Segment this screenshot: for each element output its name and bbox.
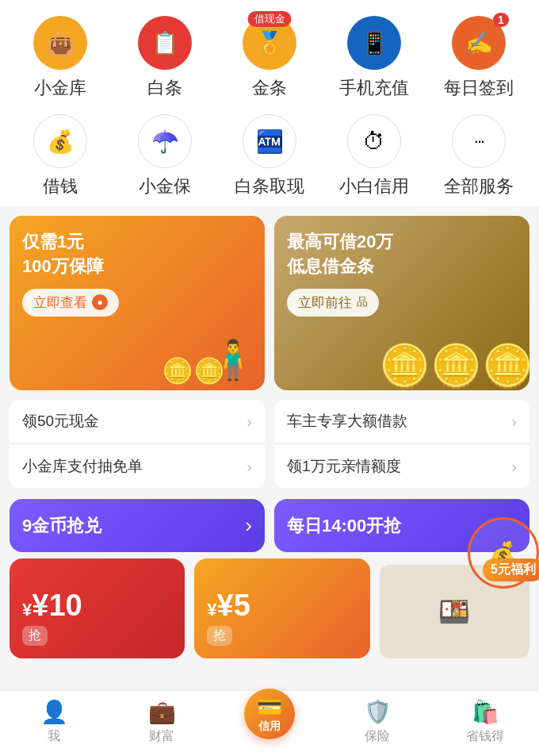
promo-left[interactable]: 9金币抢兑 › [10, 499, 265, 552]
main-content: 👜 小金库 📋 白条 🏅 借现金 金条 [0, 0, 539, 722]
product-tag-1: 抢 [22, 626, 48, 646]
list-item-family[interactable]: 领1万元亲情额度 › [274, 445, 529, 488]
icon-circle-jintiao: 🏅 借现金 [243, 16, 296, 70]
icon-row-1: 👜 小金库 📋 白条 🏅 借现金 金条 [8, 16, 531, 100]
promo-right-text: 每日14:00开抢 [287, 514, 401, 538]
nav-center-button[interactable]: 💳 信用 [244, 689, 295, 739]
chevron-icon: › [247, 413, 252, 431]
icon-circle-jieqian: 💰 [33, 114, 87, 168]
icon-label-jintiao: 金条 [252, 76, 287, 100]
banner-right-coins: 🪙🪙🪙 [379, 342, 529, 390]
product-row: ¥¥10 抢 ¥¥5 抢 💰 5元福利 🍱 [0, 552, 539, 658]
icon-circle-xiaojinbao: ☂️ [138, 114, 192, 168]
badge-jixianjin: 借现金 [248, 11, 292, 27]
icon-label-xiaojinbao: 小金保 [139, 175, 191, 198]
banner-left[interactable]: 仅需1元 100万保障 立即查看 ● 🧍‍♂️ 🪙🪙 [10, 216, 265, 390]
chevron-icon-2: › [247, 458, 252, 476]
product-price-1: ¥¥10 [22, 589, 172, 623]
chevron-icon-3: › [511, 413, 517, 431]
nav-item-caifu[interactable]: 💼 财富 [108, 699, 216, 745]
icon-circle-baitiao: 📋 [138, 16, 192, 70]
nav-label-baoxian: 保险 [365, 728, 390, 745]
banner-left-coins: 🪙🪙 [162, 356, 225, 386]
banner-left-button[interactable]: 立即查看 ● [22, 289, 119, 317]
banner-list-row: 领50元现金 › 小金库支付抽免单 › 车主专享大额借款 › 领1万元亲情额度 … [0, 390, 539, 489]
icon-label-xiaobaixinyong: 小白信用 [339, 175, 409, 198]
banner-left-title: 仅需1元 100万保障 [22, 230, 252, 279]
icon-item-xiaojinku[interactable]: 👜 小金库 [21, 16, 100, 100]
nav-label-caifu: 财富 [149, 728, 174, 745]
nav-item-shengqiande[interactable]: 🛍️ 省钱得 [431, 699, 539, 745]
list-col-left: 领50元现金 › 小金库支付抽免单 › [10, 400, 265, 489]
icon-row-2: 💰 借钱 ☂️ 小金保 🏧 白条取现 ⏱ 小白信用 ··· 全部服务 [8, 114, 531, 198]
promo-left-text: 9金币抢兑 [22, 514, 101, 538]
nav-item-baoxian[interactable]: 🛡️ 保险 [323, 699, 431, 745]
icon-item-shoujichongzhi[interactable]: 📱 手机充值 [334, 16, 414, 100]
icon-item-xiaojinbao[interactable]: ☂️ 小金保 [125, 114, 205, 198]
banner-right-title: 最高可借20万 低息借金条 [287, 230, 517, 279]
icon-label-quanbu: 全部服务 [444, 175, 514, 198]
product-tag-2: 抢 [207, 626, 232, 646]
list-item-car[interactable]: 车主专享大额借款 › [274, 400, 529, 443]
list-item-cash[interactable]: 领50元现金 › [10, 400, 265, 443]
product-card-orange[interactable]: ¥¥5 抢 [194, 558, 369, 658]
icon-grid: 👜 小金库 📋 白条 🏅 借现金 金条 [0, 0, 539, 206]
badge-qiandao: 1 [493, 13, 509, 27]
nav-icon-shengqiande: 🛍️ [472, 699, 499, 725]
product-right-col: 💰 5元福利 🍱 [380, 558, 529, 658]
promo-left-chevron: › [245, 513, 252, 538]
icon-circle-xiaobaixinyong: ⏱ [347, 114, 401, 168]
promo-row: 9金币抢兑 › 每日14:00开抢 [0, 489, 539, 552]
icon-item-quanbu[interactable]: ··· 全部服务 [439, 114, 518, 198]
nav-label-shengqiande: 省钱得 [466, 728, 504, 745]
icon-item-jieqian[interactable]: 💰 借钱 [21, 114, 100, 198]
nav-item-wo[interactable]: 👤 我 [0, 699, 108, 745]
list-item-lottery[interactable]: 小金库支付抽免单 › [10, 445, 265, 488]
nav-center-label: 信用 [258, 720, 281, 734]
icon-circle-shoujichongzhi: 📱 [347, 16, 401, 70]
icon-label-baitiao: 白条 [147, 76, 182, 100]
icon-item-baitiao[interactable]: 📋 白条 [125, 16, 205, 100]
float-badge: 5元福利 [483, 558, 539, 581]
icon-item-jintiao[interactable]: 🏅 借现金 金条 [230, 16, 309, 100]
banner-right[interactable]: 最高可借20万 低息借金条 立即前往 品 🪙🪙🪙 [274, 216, 529, 390]
product-card-red[interactable]: ¥¥10 抢 [10, 558, 185, 658]
icon-label-shoujichongzhi: 手机充值 [339, 76, 409, 100]
icon-circle-baitiaoquxian: 🏧 [243, 114, 296, 168]
icon-label-jieqian: 借钱 [43, 175, 78, 198]
nav-center-icon: 💳 [257, 695, 282, 720]
nav-icon-caifu: 💼 [148, 699, 176, 725]
icon-circle-xiaojinku: 👜 [33, 16, 87, 70]
icon-circle-qiandao: ✍️ 1 [452, 16, 506, 70]
nav-icon-wo: 👤 [40, 699, 68, 725]
nav-item-xinyong[interactable]: 💳 信用 [216, 704, 323, 739]
icon-label-xiaojinku: 小金库 [34, 76, 86, 100]
banner-area: 仅需1元 100万保障 立即查看 ● 🧍‍♂️ 🪙🪙 最高可借20万 低息借金条… [0, 206, 539, 390]
product-price-2: ¥¥5 [207, 589, 357, 623]
icon-label-baitiaoquxian: 白条取现 [235, 175, 304, 198]
bottom-nav: 👤 我 💼 财富 💳 信用 🛡️ 保险 🛍️ 省钱得 [0, 690, 539, 756]
icon-item-xiaobaixinyong[interactable]: ⏱ 小白信用 [334, 114, 414, 198]
nav-icon-baoxian: 🛡️ [364, 699, 392, 725]
icon-circle-quanbu: ··· [452, 114, 506, 168]
icon-item-baitiaoquxian[interactable]: 🏧 白条取现 [230, 114, 309, 198]
nav-label-wo: 我 [48, 728, 60, 745]
icon-label-qiandao: 每日签到 [444, 76, 514, 100]
icon-item-qiandao[interactable]: ✍️ 1 每日签到 [439, 16, 518, 100]
banner-right-button[interactable]: 立即前往 品 [287, 289, 379, 317]
list-col-right: 车主专享大额借款 › 领1万元亲情额度 › [274, 400, 529, 489]
chevron-icon-4: › [511, 458, 517, 476]
